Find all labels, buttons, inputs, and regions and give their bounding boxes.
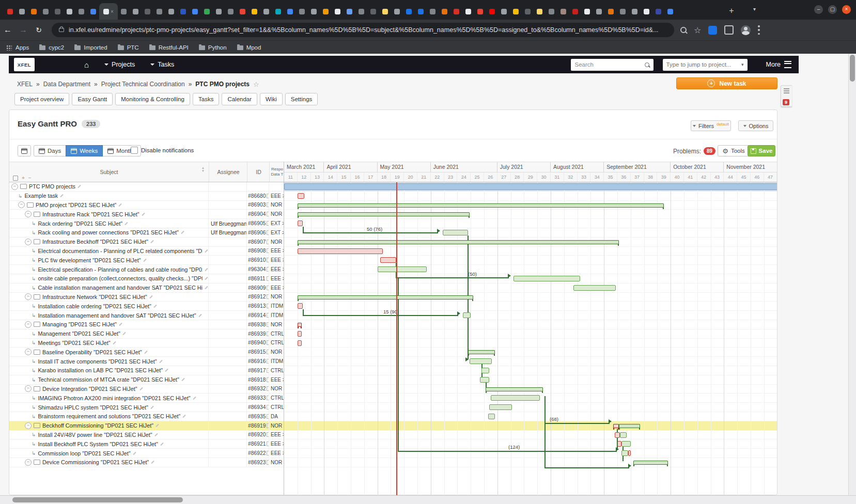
extensions-puzzle-icon[interactable] bbox=[724, 25, 734, 35]
gantt-row[interactable]: ↳Meetings "DP021 SEC HiJet"#86940CTRL bbox=[9, 339, 284, 348]
task-subject[interactable]: Managing "DP021 SEC HiJet" bbox=[42, 321, 117, 327]
gantt-row[interactable]: ↳Commission loop "DP021 SEC HiJet"#86922… bbox=[9, 449, 284, 458]
browser-tab[interactable] bbox=[450, 3, 462, 20]
edit-icon[interactable] bbox=[205, 267, 208, 271]
gantt-bar[interactable] bbox=[443, 230, 468, 235]
task-id[interactable]: #86919 bbox=[248, 423, 266, 429]
gantt-row[interactable]: −Beckhoff Commissioning "DP021 SEC HiJet… bbox=[9, 421, 284, 431]
task-subject[interactable]: Meetings "DP021 SEC HiJet" bbox=[38, 340, 110, 346]
gantt-bar[interactable] bbox=[470, 358, 492, 364]
task-id[interactable]: #86922 bbox=[248, 450, 266, 456]
task-subject[interactable]: Rack ordering "DP021 SEC HiJet" bbox=[38, 220, 122, 227]
gantt-row[interactable]: −Managing "DP021 SEC HiJet"#86938NOR bbox=[9, 320, 284, 329]
edit-icon[interactable] bbox=[113, 341, 116, 344]
gantt-bar[interactable] bbox=[298, 203, 664, 208]
apps-grid-icon[interactable] bbox=[6, 45, 12, 51]
browser-tab[interactable] bbox=[617, 3, 629, 20]
task-subject[interactable]: Installation cable ordering "DP021 SEC H… bbox=[38, 303, 151, 309]
browser-tab[interactable] bbox=[272, 3, 284, 20]
edit-icon[interactable] bbox=[143, 259, 146, 262]
gantt-bar[interactable] bbox=[480, 377, 489, 383]
gantt-bar[interactable] bbox=[573, 285, 616, 291]
edit-icon[interactable] bbox=[150, 240, 153, 243]
browser-tab[interactable] bbox=[664, 3, 676, 20]
save-button[interactable]: Save bbox=[748, 145, 775, 156]
bookmark-folder[interactable]: Imported bbox=[74, 44, 107, 51]
task-id[interactable]: #86905 bbox=[248, 220, 266, 226]
sort-icons[interactable]: ▲ ▼ bbox=[201, 166, 205, 172]
gantt-row[interactable]: ↳Rack ordering "DP021 SEC HiJet"Ulf Brue… bbox=[9, 219, 284, 228]
gantt-bar[interactable] bbox=[298, 295, 474, 300]
browser-tab[interactable] bbox=[439, 3, 450, 20]
task-subject[interactable]: PTC PMO projects bbox=[29, 183, 75, 190]
edit-icon[interactable] bbox=[165, 369, 168, 372]
browser-tab[interactable] bbox=[546, 3, 557, 20]
bookmark-folder[interactable]: Mpod bbox=[237, 44, 261, 51]
gantt-row[interactable]: −PTC PMO projects bbox=[9, 182, 284, 192]
browser-tab[interactable] bbox=[593, 3, 605, 20]
browser-tab[interactable] bbox=[201, 3, 213, 20]
task-id[interactable]: #86938 bbox=[248, 322, 266, 327]
gantt-row[interactable]: −Infrastructure Network "DP021 SEC HiJet… bbox=[9, 293, 284, 302]
calendar-button[interactable] bbox=[18, 145, 31, 156]
gantt-row[interactable]: ↳Technical commission of MTCA crate "DP0… bbox=[9, 375, 284, 385]
gantt-row[interactable]: ↳Electrical documentation - Planning of … bbox=[9, 247, 284, 256]
disable-notifications-checkbox[interactable] bbox=[131, 147, 138, 154]
task-id[interactable]: #96304 bbox=[248, 266, 266, 272]
gantt-row[interactable]: ↳Cable installation management and hando… bbox=[9, 284, 284, 293]
browser-tab[interactable] bbox=[153, 3, 165, 20]
project-tab-wiki[interactable]: Wiki bbox=[260, 93, 283, 105]
edit-icon[interactable] bbox=[160, 443, 163, 446]
gantt-bar[interactable] bbox=[621, 441, 631, 447]
browser-tab[interactable] bbox=[557, 3, 569, 20]
project-tab-tasks[interactable]: Tasks bbox=[193, 93, 219, 105]
task-subject[interactable]: Electrical documentation - Planning of P… bbox=[38, 248, 203, 254]
bookmark-apps[interactable]: Apps bbox=[15, 44, 29, 51]
task-subject[interactable]: Shimadzu HPLC system "DP021 SEC HiJet" bbox=[38, 404, 148, 411]
edit-icon[interactable] bbox=[183, 415, 186, 418]
task-id[interactable]: #86932 bbox=[248, 386, 266, 391]
task-subject[interactable]: Baseline Operability "DP021 SEC HiJet" bbox=[42, 349, 142, 355]
collapse-icon[interactable]: − bbox=[25, 211, 32, 217]
gantt-row[interactable]: ↳Rack cooling and power connections "DP0… bbox=[9, 228, 284, 238]
edit-icon[interactable] bbox=[153, 305, 157, 308]
task-id[interactable]: #86907 bbox=[248, 239, 266, 245]
breadcrumb-link[interactable]: Project Technical Coordination bbox=[101, 81, 185, 88]
task-id[interactable]: #86680 bbox=[248, 193, 266, 199]
bookmark-star-icon[interactable]: ☆ bbox=[694, 25, 701, 35]
edit-icon[interactable] bbox=[149, 295, 152, 298]
task-id[interactable]: #86939 bbox=[248, 331, 266, 337]
task-id[interactable]: #86923 bbox=[248, 460, 266, 465]
gantt-bar[interactable] bbox=[298, 331, 302, 337]
collapse-icon[interactable]: − bbox=[25, 459, 32, 466]
task-subject[interactable]: Device Commissioning "DP021 SEC HiJet" bbox=[42, 459, 149, 465]
browser-tab[interactable] bbox=[498, 3, 510, 20]
gantt-bar[interactable] bbox=[378, 266, 427, 272]
task-id[interactable]: #86935 bbox=[248, 414, 266, 419]
breadcrumb-link[interactable]: Data Department bbox=[43, 81, 90, 88]
gantt-bar[interactable] bbox=[633, 461, 668, 465]
collapse-icon[interactable]: − bbox=[25, 293, 32, 300]
browser-tab[interactable] bbox=[189, 3, 201, 20]
task-id[interactable]: #86904 bbox=[248, 211, 266, 217]
project-tab-settings[interactable]: Settings bbox=[285, 93, 318, 105]
edit-icon[interactable] bbox=[139, 387, 143, 390]
gantt-row[interactable]: −PMO project "DP021 SEC HiJet"#86903NOR bbox=[9, 201, 284, 210]
browser-tab[interactable] bbox=[522, 3, 534, 20]
edit-icon[interactable] bbox=[133, 451, 136, 454]
collapse-icon[interactable]: − bbox=[11, 183, 18, 190]
tools-button[interactable]: ⚙ Tools bbox=[718, 145, 750, 156]
browser-tab[interactable] bbox=[629, 3, 641, 20]
browser-tab[interactable] bbox=[213, 3, 225, 20]
project-tab-monitoring-controlling[interactable]: Monitoring & Controlling bbox=[115, 93, 190, 105]
browser-tab[interactable] bbox=[296, 3, 308, 20]
task-subject[interactable]: Install IT active components "DP021 SEC … bbox=[38, 358, 157, 365]
browser-tab[interactable] bbox=[462, 3, 474, 20]
edit-icon[interactable] bbox=[124, 222, 128, 225]
browser-tab[interactable] bbox=[165, 3, 177, 20]
gantt-bar[interactable] bbox=[621, 450, 628, 456]
edit-icon[interactable] bbox=[205, 277, 208, 280]
task-subject[interactable]: Installation management and handover SAT… bbox=[38, 312, 196, 319]
browser-tab[interactable] bbox=[534, 3, 546, 20]
task-subject[interactable]: PMO project "DP021 SEC HiJet" bbox=[36, 202, 116, 208]
